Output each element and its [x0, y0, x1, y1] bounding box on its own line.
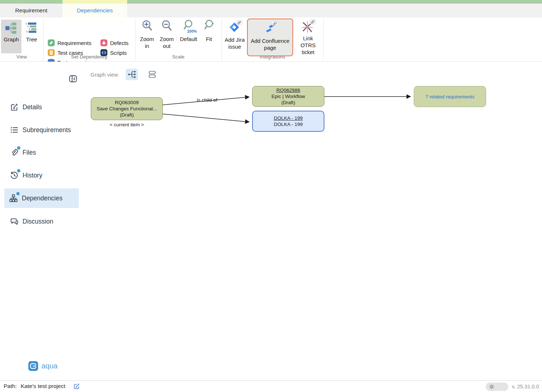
tab-requirement[interactable]: Requirement [0, 4, 62, 17]
sidebar-item-files[interactable]: Files [5, 144, 78, 160]
tree-button-label: Tree [26, 36, 37, 43]
zoom-in-icon [141, 20, 153, 33]
node-status: (Draft) [120, 112, 134, 118]
node-parent-requirement[interactable]: RQ062986 Epic | Workflow (Draft) [252, 86, 324, 107]
aqua-brand[interactable]: aqua [28, 361, 58, 371]
zoom-in-label: Zoom [140, 36, 154, 42]
node-current-requirement[interactable]: RQ063009 Save Changes Functional... (Dra… [91, 97, 163, 120]
zoom-out-label2: out [163, 42, 171, 49]
set-dependency-test-cases-label: Test cases [57, 50, 83, 56]
set-dependency-defects[interactable]: Defects [100, 39, 129, 47]
confluence-icon [262, 21, 278, 37]
collapse-panel-icon [69, 74, 77, 83]
list-layout-icon [147, 70, 157, 79]
set-dependency-scripts-label: Scripts [110, 50, 127, 56]
sidebar-item-discussion[interactable]: Discussion [5, 213, 78, 229]
set-dependency-requirements-label: Requirements [57, 40, 91, 46]
gear-icon [489, 384, 495, 390]
node-jira-item[interactable]: DOLKA - 199 DOLKA - 199 [252, 111, 324, 132]
sidebar-item-label: Files [23, 149, 36, 156]
zoom-default-badge: 100% [187, 29, 197, 33]
zoom-fit-icon [202, 20, 215, 33]
sidebar-item-subrequirements[interactable]: Subrequirements [5, 122, 78, 138]
edit-path-button[interactable] [73, 383, 80, 391]
app-window: Requirement Dependencies View Set Depend… [0, 0, 542, 392]
zoom-out-button[interactable]: Zoom out [157, 20, 177, 54]
zoom-out-label: Zoom [160, 36, 174, 42]
node-related-requirements[interactable]: 7 related requirements [414, 86, 486, 107]
set-dependency-defects-label: Defects [110, 40, 129, 46]
zoom-default-label: Default [180, 36, 197, 42]
dependency-edges [0, 62, 542, 380]
notification-dot [16, 192, 20, 195]
notification-dot [17, 169, 20, 172]
zoom-out-icon [161, 20, 173, 33]
node-title: Epic | Workflow [271, 93, 305, 99]
group-label-view: View [0, 54, 43, 61]
graph-view-button[interactable]: Graph [1, 20, 21, 53]
graph-button-label: Graph [4, 36, 19, 43]
edge-label-is-child-of: is child of [185, 97, 230, 103]
defect-icon [100, 39, 108, 46]
active-tab-accent [62, 0, 127, 4]
set-dependency-requirements[interactable]: Requirements [48, 39, 91, 47]
history-icon [9, 171, 19, 180]
group-label-scale: Scale [135, 54, 222, 61]
ribbon: View Set Dependency Scale Integrations G… [0, 17, 542, 62]
paperclip-icon [9, 148, 19, 157]
graph-icon [4, 21, 18, 35]
graph-layout-toggle[interactable] [126, 69, 138, 80]
add-jira-label: Add Jira [225, 36, 244, 43]
tab-bar: Requirement Dependencies [0, 4, 542, 17]
dependencies-icon [9, 193, 18, 203]
script-icon [100, 49, 108, 56]
sidebar-item-label: Dependencies [22, 195, 62, 202]
related-requirements-link[interactable]: 7 related requirements [425, 94, 474, 100]
settings-toggle[interactable] [486, 383, 508, 391]
sidebar-item-label: Details [23, 103, 42, 111]
set-dependency-scripts[interactable]: Scripts [100, 49, 127, 57]
otrs-icon [300, 19, 316, 35]
tree-icon [25, 21, 39, 35]
zoom-in-label2: in [145, 42, 149, 49]
link-otrs-ticket-button[interactable]: Link OTRS ticket [295, 19, 321, 56]
aqua-logo-icon [28, 361, 38, 371]
dependencies-panel: Graph view Details [0, 62, 542, 380]
status-bar: Path: Kate's test project v. 25.31.0.0 [0, 380, 542, 392]
tree-view-button[interactable]: Tree [22, 20, 41, 53]
edit-icon [9, 102, 19, 112]
jira-icon [227, 20, 243, 36]
add-jira-issue-button[interactable]: Add Jira issue [223, 19, 246, 56]
list-layout-toggle[interactable] [146, 69, 158, 80]
link-otrs-label2: ticket [302, 49, 314, 56]
node-status: (Draft) [281, 99, 295, 106]
zoom-default-button[interactable]: 100% Default [178, 20, 199, 54]
sidebar-item-details[interactable]: Details [5, 99, 78, 115]
node-id-link[interactable]: RQ062986 [276, 87, 300, 93]
node-id: RQ063009 [115, 99, 138, 106]
sidebar-item-dependencies[interactable]: Dependencies [4, 188, 79, 208]
collapse-panel-button[interactable] [69, 74, 77, 83]
tab-dependencies[interactable]: Dependencies [62, 4, 127, 17]
node-id-link[interactable]: DOLKA - 199 [274, 115, 303, 121]
version-label: v. 25.31.0.0 [512, 384, 539, 389]
link-otrs-label: Link OTRS [295, 35, 321, 49]
add-confluence-page-button[interactable]: Add Confluence page [247, 19, 293, 56]
set-dependency-test-cases[interactable]: Test cases [48, 49, 83, 57]
current-item-caption: < current item > [91, 122, 163, 127]
test-case-icon [48, 49, 55, 56]
zoom-fit-label: Fit [206, 36, 212, 42]
sidebar-item-label: History [23, 172, 42, 179]
zoom-in-button[interactable]: Zoom in [138, 20, 155, 54]
sidebar-item-label: Discussion [23, 218, 53, 225]
graph-layout-icon [127, 70, 137, 79]
graph-view-label: Graph view [90, 72, 118, 78]
add-confluence-label: Add Confluence [251, 37, 290, 44]
sidebar-item-history[interactable]: History [5, 167, 78, 183]
aqua-brand-label: aqua [41, 362, 58, 370]
zoom-fit-button[interactable]: Fit [201, 20, 217, 54]
add-confluence-label2: page [264, 44, 276, 51]
path-value: Kate's test project [21, 383, 65, 389]
notification-dot [17, 146, 20, 150]
edit-path-icon [73, 383, 80, 390]
